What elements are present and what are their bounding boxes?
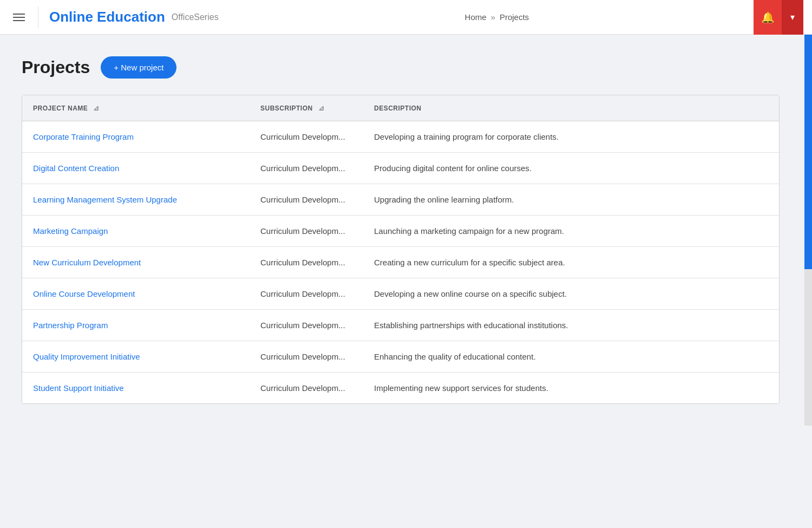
app-title: Online Education — [49, 9, 165, 25]
breadcrumb-current: Projects — [500, 12, 529, 22]
description-cell: Developing a new online course on a spec… — [363, 278, 779, 310]
project-name-cell: Corporate Training Program — [22, 121, 250, 153]
table-row: Learning Management System UpgradeCurric… — [22, 184, 779, 216]
table-row: Quality Improvement InitiativeCurriculum… — [22, 341, 779, 373]
table-row: Partnership ProgramCurriculum Developm..… — [22, 310, 779, 341]
menu-icon[interactable] — [9, 9, 29, 25]
scrollbar-track[interactable] — [804, 35, 812, 426]
chevron-down-icon: ▾ — [790, 12, 795, 22]
page-header: Projects + New project — [22, 56, 790, 79]
project-name-cell: Student Support Initiative — [22, 373, 250, 404]
table-row: Corporate Training ProgramCurriculum Dev… — [22, 121, 779, 153]
main-content: Projects + New project PROJECT NAME ⊿ — [0, 35, 812, 426]
project-name-link[interactable]: Quality Improvement Initiative — [33, 352, 140, 361]
subscription-cell: Curriculum Developm... — [250, 310, 363, 341]
project-name-link[interactable]: Online Course Development — [33, 289, 135, 298]
notification-bell-button[interactable]: 🔔 — [754, 0, 782, 35]
project-name-cell: New Curriculum Development — [22, 247, 250, 278]
bell-icon: 🔔 — [761, 11, 775, 24]
project-name-cell: Online Course Development — [22, 278, 250, 310]
description-cell: Developing a training program for corpor… — [363, 121, 779, 153]
description-cell: Upgrading the online learning platform. — [363, 184, 779, 216]
column-header-project-name: PROJECT NAME ⊿ — [22, 95, 250, 121]
project-name-link[interactable]: Learning Management System Upgrade — [33, 195, 177, 204]
scrollbar-thumb[interactable] — [804, 35, 812, 269]
new-project-button[interactable]: + New project — [101, 56, 176, 79]
table-row: Digital Content CreationCurriculum Devel… — [22, 153, 779, 184]
breadcrumb-separator: » — [491, 12, 495, 22]
table-row: Online Course DevelopmentCurriculum Deve… — [22, 278, 779, 310]
description-cell: Creating a new curriculum for a specific… — [363, 247, 779, 278]
subscription-filter-icon[interactable]: ⊿ — [318, 104, 325, 112]
project-name-cell: Quality Improvement Initiative — [22, 341, 250, 373]
subscription-cell: Curriculum Developm... — [250, 373, 363, 404]
page-title: Projects — [22, 57, 90, 77]
project-name-link[interactable]: Partnership Program — [33, 321, 108, 330]
subscription-cell: Curriculum Developm... — [250, 247, 363, 278]
subscription-cell: Curriculum Developm... — [250, 184, 363, 216]
header-actions: 🔔 ▾ — [754, 0, 803, 35]
subscription-cell: Curriculum Developm... — [250, 216, 363, 247]
table-row: Student Support InitiativeCurriculum Dev… — [22, 373, 779, 404]
description-cell: Establishing partnerships with education… — [363, 310, 779, 341]
project-name-cell: Marketing Campaign — [22, 216, 250, 247]
project-name-link[interactable]: Corporate Training Program — [33, 132, 134, 141]
subscription-cell: Curriculum Developm... — [250, 341, 363, 373]
column-header-subscription: SUBSCRIPTION ⊿ — [250, 95, 363, 121]
project-name-link[interactable]: Student Support Initiative — [33, 383, 124, 393]
table-row: New Curriculum DevelopmentCurriculum Dev… — [22, 247, 779, 278]
subscription-cell: Curriculum Developm... — [250, 153, 363, 184]
app-subtitle: OfficeSeries — [172, 12, 219, 22]
table-row: Marketing CampaignCurriculum Developm...… — [22, 216, 779, 247]
project-name-cell: Partnership Program — [22, 310, 250, 341]
column-header-description: DESCRIPTION — [363, 95, 779, 121]
description-cell: Enhancing the quality of educational con… — [363, 341, 779, 373]
project-name-link[interactable]: Digital Content Creation — [33, 164, 119, 173]
projects-table-container: PROJECT NAME ⊿ SUBSCRIPTION ⊿ — [22, 95, 780, 404]
breadcrumb-home[interactable]: Home — [465, 12, 487, 22]
project-name-cell: Digital Content Creation — [22, 153, 250, 184]
description-cell: Implementing new support services for st… — [363, 373, 779, 404]
header-divider — [38, 6, 38, 28]
header: Online Education OfficeSeries Home » Pro… — [0, 0, 812, 35]
subscription-cell: Curriculum Developm... — [250, 278, 363, 310]
project-name-filter-icon[interactable]: ⊿ — [93, 104, 100, 112]
project-name-cell: Learning Management System Upgrade — [22, 184, 250, 216]
header-dropdown-button[interactable]: ▾ — [782, 0, 803, 35]
table-header-row: PROJECT NAME ⊿ SUBSCRIPTION ⊿ — [22, 95, 779, 121]
projects-table: PROJECT NAME ⊿ SUBSCRIPTION ⊿ — [22, 95, 779, 403]
subscription-cell: Curriculum Developm... — [250, 121, 363, 153]
project-name-link[interactable]: New Curriculum Development — [33, 258, 141, 267]
description-cell: Launching a marketing campaign for a new… — [363, 216, 779, 247]
project-name-link[interactable]: Marketing Campaign — [33, 226, 108, 236]
breadcrumb-nav: Home » Projects — [240, 12, 754, 22]
description-cell: Producing digital content for online cou… — [363, 153, 779, 184]
